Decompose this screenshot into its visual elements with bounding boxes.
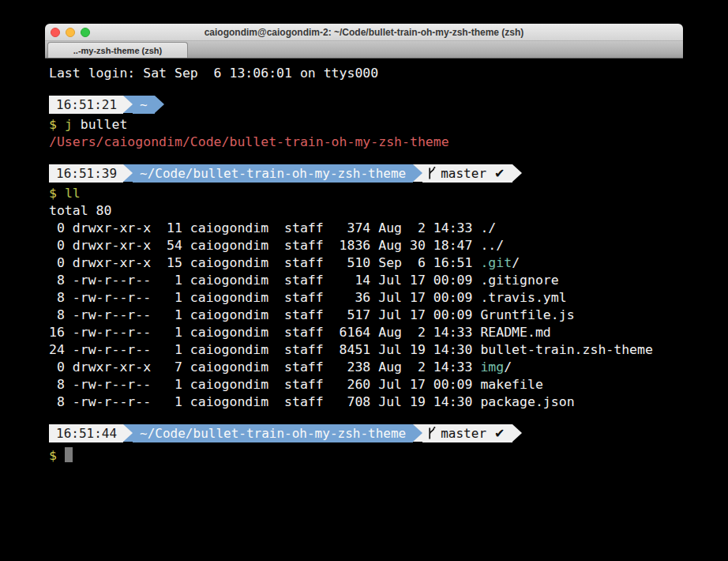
window-title: caiogondim@caiogondim-2: ~/Code/bullet-t… [45, 24, 683, 41]
prompt-time-segment: 16:51:44 [49, 424, 123, 442]
command-args: bullet [73, 117, 128, 132]
ls-row: 0 drwxr-xr-x 11 caiogondim staff 374 Aug… [49, 220, 680, 237]
ls-row: 8 -rw-r--r-- 1 caiogondim staff 517 Jul … [49, 307, 680, 324]
prompt-bar: 16:51:44~/Code/bullet-train-oh-my-zsh-th… [49, 424, 680, 442]
ls-row: 8 -rw-r--r-- 1 caiogondim staff 14 Jul 1… [49, 272, 680, 289]
ls-row: 24 -rw-r--r-- 1 caiogondim staff 8451 Ju… [49, 341, 680, 359]
output-line: /Users/caiogondim/Code/bullet-train-oh-m… [49, 134, 680, 151]
ls-row-meta: 8 -rw-r--r-- 1 caiogondim staff 36 Jul 1… [49, 290, 480, 305]
powerline-arrow-icon [123, 164, 133, 182]
powerline-arrow-icon [413, 164, 422, 182]
ls-row-filename: Gruntfile.js [480, 307, 574, 322]
ls-row-filename: .travis.yml [480, 290, 566, 305]
ls-row-meta: 8 -rw-r--r-- 1 caiogondim staff 708 Jul … [49, 394, 480, 409]
prompt-git-segment: master✔ [422, 424, 512, 442]
prompt-bar: 16:51:21~ [49, 96, 680, 114]
prompt-dollar: $ [49, 186, 57, 201]
terminal-tab[interactable]: ..-my-zsh-theme (zsh) [47, 42, 188, 58]
terminal-window: caiogondim@caiogondim-2: ~/Code/bullet-t… [45, 24, 683, 561]
ls-row-suffix: / [512, 255, 520, 270]
git-branch-icon [427, 167, 436, 180]
powerline-arrow-icon [123, 424, 133, 442]
ls-row-filename: makefile [480, 377, 542, 392]
powerline-arrow-icon [155, 96, 164, 113]
powerline-arrow-icon [123, 96, 133, 113]
ls-row: 8 -rw-r--r-- 1 caiogondim staff 260 Jul … [49, 376, 680, 393]
ls-row-filename: README.md [480, 325, 550, 340]
command-line: $ j bullet [49, 116, 680, 134]
tab-bar: ..-my-zsh-theme (zsh) [45, 41, 683, 58]
last-login-line: Last login: Sat Sep 6 13:06:01 on ttys00… [49, 65, 680, 82]
input-line: $ [49, 445, 680, 462]
ls-row-filename: package.json [480, 394, 574, 409]
prompt-dir-segment: ~/Code/bullet-train-oh-my-zsh-theme [133, 424, 413, 442]
ls-row-meta: 8 -rw-r--r-- 1 caiogondim staff 517 Jul … [49, 307, 480, 322]
ls-row: 0 drwxr-xr-x 7 caiogondim staff 238 Aug … [49, 359, 680, 376]
ls-row-filename: img [480, 360, 504, 375]
prompt-dollar: $ [49, 117, 57, 132]
command-line: $ ll [49, 185, 680, 202]
prompt-dir-segment: ~ [133, 96, 155, 114]
git-clean-check-icon: ✔ [494, 424, 505, 442]
ls-row-filename: bullet-train.zsh-theme [480, 342, 653, 357]
ls-row-meta: 16 -rw-r--r-- 1 caiogondim staff 6164 Au… [49, 325, 480, 340]
close-button[interactable] [51, 28, 60, 37]
ls-row-meta: 0 drwxr-xr-x 7 caiogondim staff 238 Aug … [49, 360, 480, 375]
prompt-time-segment: 16:51:39 [49, 164, 123, 183]
ls-row-meta: 0 drwxr-xr-x 11 caiogondim staff 374 Aug… [49, 220, 480, 235]
git-clean-check-icon: ✔ [494, 164, 505, 183]
ls-row-filename: .gitignore [480, 273, 558, 288]
powerline-arrow-icon [512, 424, 522, 442]
zoom-button[interactable] [81, 28, 90, 37]
powerline-arrow-icon [413, 424, 422, 442]
ls-row: 8 -rw-r--r-- 1 caiogondim staff 36 Jul 1… [49, 289, 680, 307]
ls-row: 8 -rw-r--r-- 1 caiogondim staff 708 Jul … [49, 393, 680, 411]
title-bar[interactable]: caiogondim@caiogondim-2: ~/Code/bullet-t… [45, 24, 683, 41]
prompt-time-segment: 16:51:21 [49, 96, 123, 114]
git-branch-name: master [441, 164, 486, 183]
ls-row-meta: 8 -rw-r--r-- 1 caiogondim staff 260 Jul … [49, 377, 480, 392]
ls-row-meta: 0 drwxr-xr-x 54 caiogondim staff 1836 Au… [49, 238, 480, 253]
command-text: ll [65, 186, 81, 201]
prompt-dir-segment: ~/Code/bullet-train-oh-my-zsh-theme [133, 164, 413, 183]
prompt-bar: 16:51:39~/Code/bullet-train-oh-my-zsh-th… [49, 164, 680, 183]
prompt-dollar: $ [49, 448, 57, 463]
ls-row: 0 drwxr-xr-x 54 caiogondim staff 1836 Au… [49, 237, 680, 254]
command-text: j [65, 117, 73, 132]
ls-row-filename: .git [480, 255, 512, 270]
ls-row-filename: ../ [480, 238, 504, 253]
output-line: total 80 [49, 202, 680, 220]
terminal-body[interactable]: Last login: Sat Sep 6 13:06:01 on ttys00… [45, 58, 683, 561]
terminal-scrollback: 16:51:21~$ j bullet/Users/caiogondim/Cod… [49, 96, 680, 462]
text-cursor[interactable] [65, 447, 73, 462]
ls-row-meta: 8 -rw-r--r-- 1 caiogondim staff 14 Jul 1… [49, 273, 480, 288]
prompt-git-segment: master✔ [422, 164, 512, 183]
ls-row: 16 -rw-r--r-- 1 caiogondim staff 6164 Au… [49, 324, 680, 341]
ls-row-suffix: / [504, 360, 512, 375]
ls-row-meta: 24 -rw-r--r-- 1 caiogondim staff 8451 Ju… [49, 342, 480, 357]
git-branch-name: master [441, 424, 486, 442]
ls-row: 0 drwxr-xr-x 15 caiogondim staff 510 Sep… [49, 254, 680, 272]
traffic-lights [51, 24, 90, 41]
powerline-arrow-icon [512, 164, 522, 182]
ls-row-filename: ./ [480, 220, 496, 235]
minimize-button[interactable] [66, 28, 75, 37]
ls-row-meta: 0 drwxr-xr-x 15 caiogondim staff 510 Sep… [49, 255, 480, 270]
git-branch-icon [427, 427, 436, 440]
